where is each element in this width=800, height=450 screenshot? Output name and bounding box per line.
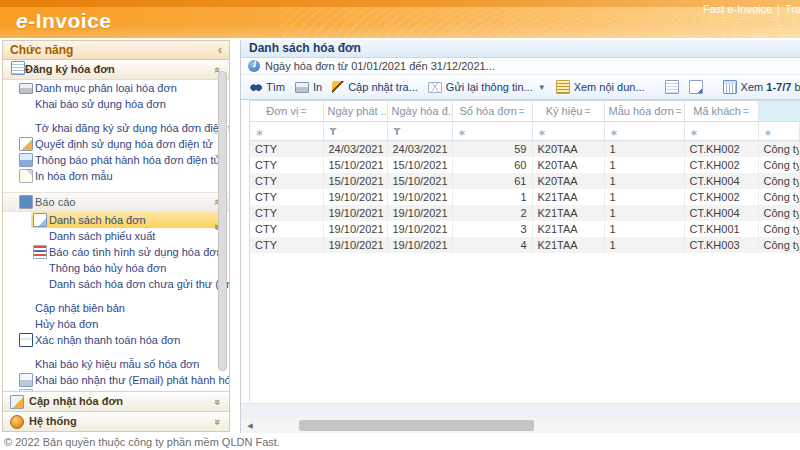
column-header[interactable] <box>758 101 800 122</box>
sidebar-item[interactable]: Danh sách phiếu xuất <box>3 228 229 244</box>
toolbar-button[interactable]: Tìm <box>250 81 285 93</box>
table-cell[interactable]: 1 <box>604 205 684 221</box>
filter-star-icon[interactable]: ∗ <box>764 127 772 138</box>
filter-cell[interactable] <box>387 122 452 141</box>
table-cell[interactable]: CT.KH004 <box>684 205 758 221</box>
column-header[interactable]: Mẫu hóa đơn= <box>604 101 684 122</box>
filter-star-icon[interactable]: ∗ <box>458 127 466 138</box>
table-cell[interactable]: Công ty CP <box>758 141 800 158</box>
sidebar-item[interactable]: Khai báo nhận thư (Email) phát hành hóa … <box>3 372 229 388</box>
table-cell[interactable]: 3 <box>452 221 532 237</box>
header-link-cutoff[interactable]: Tra <box>785 3 800 15</box>
table-cell[interactable]: 15/10/2021 <box>323 173 387 189</box>
chevron-double-down-icon[interactable]: » <box>213 417 223 427</box>
table-cell[interactable]: Công ty TN <box>758 237 800 253</box>
table-cell[interactable]: 1 <box>604 173 684 189</box>
sidebar-item[interactable]: Xác nhận thanh toán hóa đơn <box>3 332 229 348</box>
table-row[interactable]: CTY15/10/202115/10/202161K20TAA1CT.KH004… <box>250 173 800 189</box>
filter-star-icon[interactable]: ∗ <box>538 127 546 138</box>
toolbar-button[interactable]: Xem nội dun... <box>556 80 645 94</box>
sidebar-section[interactable]: Đăng ký hóa đơn« <box>3 60 229 80</box>
table-cell[interactable]: 19/10/2021 <box>323 205 387 221</box>
horizontal-scrollbar-thumb[interactable] <box>299 420 534 431</box>
table-cell[interactable]: CT.KH003 <box>684 237 758 253</box>
sidebar-item[interactable]: Hủy hóa đơn» <box>3 316 229 332</box>
table-row[interactable]: CTY24/03/202124/03/202159K20TAA1CT.KH002… <box>250 141 800 158</box>
table-cell[interactable]: 61 <box>452 173 532 189</box>
table-cell[interactable]: K21TAA <box>532 237 604 253</box>
table-cell[interactable]: 1 <box>604 157 684 173</box>
table-cell[interactable]: 59 <box>452 141 532 158</box>
table-cell[interactable]: CT.KH002 <box>684 141 758 158</box>
sidebar-item[interactable]: Tờ khai đăng ký sử dụng hóa đơn điện tử <box>3 120 229 136</box>
table-cell[interactable]: CTY <box>250 205 323 221</box>
filter-funnel-icon[interactable] <box>329 128 338 136</box>
filter-cell[interactable]: ∗ <box>604 122 684 141</box>
table-cell[interactable]: CT.KH002 <box>684 157 758 173</box>
sidebar-item[interactable]: Thông báo hủy hóa đơn <box>3 260 229 276</box>
collapse-sidebar-icon[interactable]: ‹ <box>218 41 222 59</box>
toolbar-button[interactable]: In <box>295 81 322 93</box>
sidebar-item[interactable]: Báo cáo tình hình sử dụng hóa đơn <box>3 244 229 260</box>
table-row[interactable]: CTY19/10/202119/10/20214K21TAA1CT.KH003C… <box>250 237 800 253</box>
table-cell[interactable]: CTY <box>250 189 323 205</box>
sidebar-group[interactable]: Báo cáo« <box>3 192 229 212</box>
filter-star-icon[interactable]: ∗ <box>610 127 618 138</box>
table-cell[interactable]: 15/10/2021 <box>387 173 452 189</box>
sidebar-item[interactable]: In hóa đơn mẫu <box>3 168 229 184</box>
table-cell[interactable]: 1 <box>452 189 532 205</box>
table-cell[interactable]: Công ty CP <box>758 221 800 237</box>
table-cell[interactable]: 19/10/2021 <box>387 237 452 253</box>
header-link-fast-einvoice[interactable]: Fast e-Invoice <box>703 3 772 15</box>
filter-cell[interactable] <box>323 122 387 141</box>
table-cell[interactable]: K21TAA <box>532 221 604 237</box>
sidebar-item[interactable]: Thông báo phát hành hóa đơn điện tử <box>3 152 229 168</box>
toolbar-button[interactable] <box>665 80 679 94</box>
sidebar-header[interactable]: Chức năng ‹ <box>3 41 229 60</box>
table-cell[interactable]: CTY <box>250 173 323 189</box>
table-cell[interactable]: 19/10/2021 <box>387 189 452 205</box>
table-cell[interactable]: 19/10/2021 <box>323 189 387 205</box>
table-cell[interactable]: 4 <box>452 237 532 253</box>
scroll-left-button[interactable]: ◀ <box>244 420 256 431</box>
filter-star-icon[interactable]: ∗ <box>255 127 263 138</box>
sidebar-item[interactable]: Khai báo sử dụng hóa đơn <box>3 96 229 112</box>
table-cell[interactable]: CT.KH004 <box>684 173 758 189</box>
table-cell[interactable]: 19/10/2021 <box>387 205 452 221</box>
table-cell[interactable]: 1 <box>604 189 684 205</box>
table-cell[interactable]: CTY <box>250 221 323 237</box>
table-cell[interactable]: K20TAA <box>532 141 604 158</box>
column-header[interactable]: Đơn vị= <box>250 101 323 122</box>
table-row[interactable]: CTY19/10/202119/10/20212K21TAA1CT.KH004C… <box>250 205 800 221</box>
table-cell[interactable]: 15/10/2021 <box>323 157 387 173</box>
toolbar-button[interactable] <box>689 80 703 94</box>
table-cell[interactable]: 2 <box>452 205 532 221</box>
sidebar-section[interactable]: Hệ thống» <box>3 411 229 431</box>
table-row[interactable]: CTY19/10/202119/10/20211K21TAA1CT.KH002C… <box>250 189 800 205</box>
filter-funnel-icon[interactable] <box>393 128 402 136</box>
sidebar-item[interactable]: Danh mục phân loại hóa đơn <box>3 80 229 96</box>
table-cell[interactable]: CTY <box>250 157 323 173</box>
sidebar-item[interactable]: Danh sách hóa đơn <box>31 212 222 228</box>
table-cell[interactable]: K21TAA <box>532 205 604 221</box>
filter-cell[interactable]: ∗ <box>250 122 323 141</box>
table-cell[interactable]: 60 <box>452 157 532 173</box>
table-row[interactable]: CTY15/10/202115/10/202160K20TAA1CT.KH002… <box>250 157 800 173</box>
table-cell[interactable]: 19/10/2021 <box>323 237 387 253</box>
horizontal-scrollbar[interactable]: ◀ <box>241 418 800 433</box>
sidebar-section[interactable]: Cập nhật hóa đơn» <box>3 391 229 411</box>
table-cell[interactable]: 1 <box>604 221 684 237</box>
column-header[interactable]: Mã khách= <box>684 101 758 122</box>
sidebar-item[interactable]: Cập nhật biên bản» <box>3 300 229 316</box>
table-cell[interactable]: K21TAA <box>532 189 604 205</box>
table-cell[interactable]: CT.KH002 <box>684 189 758 205</box>
table-cell[interactable]: Công ty CP <box>758 205 800 221</box>
sidebar-item[interactable]: Khai báo ký hiệu mẫu số hóa đơn <box>3 356 229 372</box>
filter-cell[interactable]: ∗ <box>684 122 758 141</box>
table-cell[interactable]: 1 <box>604 141 684 158</box>
table-cell[interactable]: 24/03/2021 <box>323 141 387 158</box>
table-cell[interactable]: Công ty CP <box>758 173 800 189</box>
filter-cell[interactable]: ∗ <box>452 122 532 141</box>
column-header[interactable]: Ngày hóa đ... <box>387 101 452 122</box>
table-cell[interactable]: K20TAA <box>532 173 604 189</box>
